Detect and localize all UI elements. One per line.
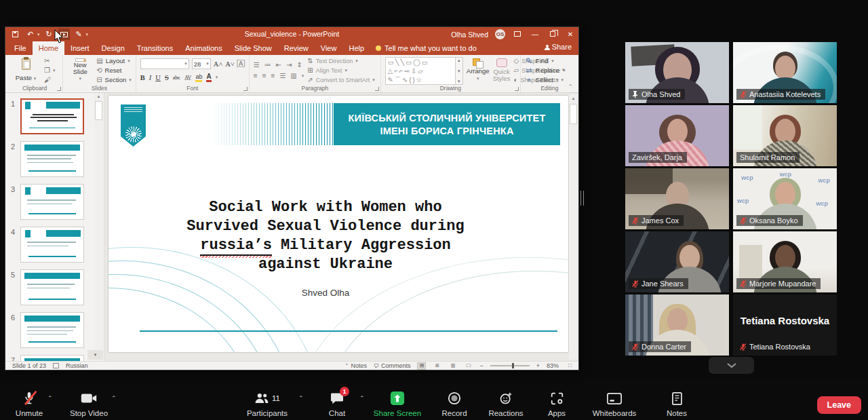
zoom-in-icon[interactable]: + bbox=[536, 362, 540, 369]
slide-thumbnail-2[interactable] bbox=[20, 141, 84, 177]
participants-options-icon[interactable]: ⌃ bbox=[298, 395, 304, 402]
drawing-dialog-launcher[interactable] bbox=[515, 87, 519, 91]
zoom-slider[interactable] bbox=[490, 365, 530, 366]
collapse-gallery-button[interactable] bbox=[709, 357, 754, 374]
minimize-icon[interactable]: — bbox=[530, 31, 540, 38]
participant-tile[interactable]: Jane Shears Jane Shears bbox=[625, 231, 729, 292]
whiteboards-button[interactable]: Whiteboards bbox=[582, 390, 647, 417]
tell-me-box[interactable]: Tell me what you want to do bbox=[370, 41, 482, 55]
ribbon-display-options-icon[interactable] bbox=[512, 31, 523, 38]
bold-button[interactable]: B bbox=[140, 74, 145, 81]
apps-button[interactable]: Apps bbox=[524, 390, 589, 417]
ppt-titlebar[interactable]: ↶▾ ↻ ✎▾ Sexual_violence - PowerPoint Olh… bbox=[5, 27, 578, 41]
shadow-button[interactable]: ab̶c bbox=[173, 75, 180, 81]
tab-help[interactable]: Help bbox=[342, 41, 370, 55]
shapes-gallery[interactable]: ▭╲╲▭◯▭△⌐⌐⇨⇩▱✎⌒∿{}☆ bbox=[385, 57, 456, 85]
text-direction-button[interactable]: ⇅Text Direction▾ bbox=[307, 57, 374, 64]
slide-thumbnail-3[interactable] bbox=[20, 184, 84, 220]
section-button[interactable]: ⊟Section▾ bbox=[96, 76, 132, 83]
clipboard-dialog-launcher[interactable] bbox=[57, 87, 61, 91]
font-size-combo[interactable]: 28▾ bbox=[192, 58, 211, 69]
scroll-up-icon[interactable]: ▲ bbox=[94, 94, 103, 98]
comments-button[interactable]: 🗩Comments bbox=[374, 362, 411, 369]
fit-to-window-icon[interactable]: ⛶ bbox=[566, 362, 574, 370]
align-center-icon[interactable]: ≡ bbox=[262, 72, 267, 79]
scrollbar-thumb[interactable] bbox=[570, 104, 577, 124]
layout-button[interactable]: ▤Layout▾ bbox=[96, 57, 132, 64]
video-options-icon[interactable]: ⌃ bbox=[111, 395, 117, 402]
strikethrough-button[interactable]: S bbox=[165, 74, 169, 81]
participant-tile[interactable]: Anastasiia Kotelevets Anastasiia Kotelev… bbox=[733, 42, 837, 103]
underline-button[interactable]: U bbox=[155, 74, 161, 81]
cut-icon[interactable]: ✂ bbox=[44, 57, 50, 64]
slide-thumbnail-5[interactable] bbox=[20, 269, 84, 305]
participant-tile[interactable]: Marjorie Mupandare Marjorie Mupandare bbox=[733, 231, 837, 292]
notes-button[interactable]: Notes bbox=[644, 390, 709, 417]
char-spacing-icon[interactable]: A̲V̲ bbox=[184, 75, 192, 81]
slide-thumbnail-6[interactable] bbox=[20, 312, 84, 348]
normal-view-icon[interactable]: ▤ bbox=[417, 362, 426, 370]
slide-thumbnail-1[interactable] bbox=[20, 98, 84, 134]
language-indicator[interactable]: Russian bbox=[66, 362, 88, 369]
tab-slideshow[interactable]: Slide Show bbox=[229, 41, 278, 55]
italic-button[interactable]: I bbox=[149, 74, 152, 81]
numbering-icon[interactable]: ≔ bbox=[264, 61, 271, 69]
unmute-options-icon[interactable]: ⌃ bbox=[47, 395, 53, 402]
highlight-color-icon[interactable]: ab bbox=[195, 73, 202, 82]
tab-insert[interactable]: Insert bbox=[64, 41, 96, 55]
paste-button[interactable]: Paste ▾ bbox=[11, 57, 41, 83]
columns-icon[interactable]: ▥ bbox=[290, 72, 296, 79]
select-button[interactable]: ⌖Select▾ bbox=[525, 76, 564, 84]
unmute-button[interactable]: Unmute bbox=[0, 390, 62, 417]
tab-review[interactable]: Review bbox=[278, 41, 315, 55]
panel-resize-handle[interactable] bbox=[580, 191, 584, 206]
share-screen-button[interactable]: Share Screen bbox=[365, 390, 430, 417]
thumbnail-scrollbar[interactable]: ▲ ▼ bbox=[94, 93, 103, 361]
collapse-ribbon-icon[interactable]: ⌃ bbox=[568, 83, 573, 90]
participant-tile[interactable]: Donna Carter Donna Carter bbox=[625, 294, 729, 356]
chat-button[interactable]: 1 Chat bbox=[304, 390, 370, 417]
share-button[interactable]: Share bbox=[545, 43, 572, 51]
arrange-button[interactable]: Arrange▾ bbox=[467, 57, 490, 83]
slide-scrollbar[interactable]: ▲ bbox=[569, 94, 578, 360]
tab-animations[interactable]: Animations bbox=[179, 41, 228, 55]
new-slide-button[interactable]: New Slide▾ bbox=[67, 57, 93, 83]
reading-view-icon[interactable]: ▥ bbox=[448, 362, 457, 370]
participant-tile[interactable]: James Cox James Cox bbox=[625, 168, 729, 229]
justify-icon[interactable]: ☰ bbox=[279, 72, 285, 79]
paragraph-dialog-launcher[interactable] bbox=[375, 87, 379, 91]
decrease-indent-icon[interactable]: ⇤ bbox=[276, 61, 281, 69]
slideshow-view-icon[interactable]: 🖵 bbox=[464, 362, 473, 370]
format-painter-icon[interactable]: 🖌︎ bbox=[44, 76, 51, 83]
slide-thumbnail-7[interactable] bbox=[20, 355, 84, 361]
copy-icon[interactable]: ❐ bbox=[44, 66, 50, 74]
align-left-icon[interactable]: ≡ bbox=[254, 72, 258, 79]
slide-sorter-icon[interactable]: ⊞ bbox=[433, 362, 441, 370]
quick-styles-button[interactable]: Quick Styles bbox=[493, 57, 511, 83]
tab-home[interactable]: Home bbox=[33, 41, 64, 55]
stop-video-button[interactable]: Stop Video bbox=[56, 390, 121, 417]
zoom-slider-thumb[interactable] bbox=[512, 363, 514, 368]
replace-button[interactable]: ⇄Replace▾ bbox=[525, 66, 564, 74]
find-button[interactable]: 🔍︎Find bbox=[525, 57, 564, 64]
restore-icon[interactable] bbox=[547, 31, 558, 38]
line-spacing-icon[interactable]: ⇕ bbox=[297, 61, 302, 69]
participants-button[interactable]: 11 Participants bbox=[235, 390, 300, 417]
participant-tile[interactable]: wcp wcp wcp wcp wcp wcp Oksana Boyko Oks… bbox=[733, 168, 837, 229]
slide-thumbnail-4[interactable] bbox=[20, 227, 84, 263]
shrink-font-icon[interactable]: A˅ bbox=[225, 60, 235, 68]
bullets-icon[interactable]: ☰ bbox=[254, 61, 260, 69]
tab-design[interactable]: Design bbox=[96, 41, 131, 55]
scroll-up-icon[interactable]: ▲ bbox=[569, 96, 578, 100]
signed-in-user[interactable]: Olha Shved bbox=[451, 31, 488, 39]
increase-indent-icon[interactable]: ⇥ bbox=[286, 61, 292, 69]
chat-options-icon[interactable]: ⌃ bbox=[359, 395, 365, 402]
zoom-level[interactable]: 83% bbox=[547, 362, 559, 369]
participant-tile[interactable]: Zaviršek, Darja Zaviršek, Darja bbox=[625, 105, 729, 166]
convert-smartart-button[interactable]: ⇗Convert to SmartArt▾ bbox=[307, 76, 374, 83]
leave-button[interactable]: Leave bbox=[817, 396, 861, 414]
tab-file[interactable]: File bbox=[8, 41, 33, 55]
participant-tile[interactable]: Shulamit Ramon Shulamit Ramon bbox=[733, 105, 837, 166]
align-text-button[interactable]: ⊞Align Text▾ bbox=[307, 66, 374, 74]
avatar[interactable]: OS bbox=[495, 29, 505, 39]
